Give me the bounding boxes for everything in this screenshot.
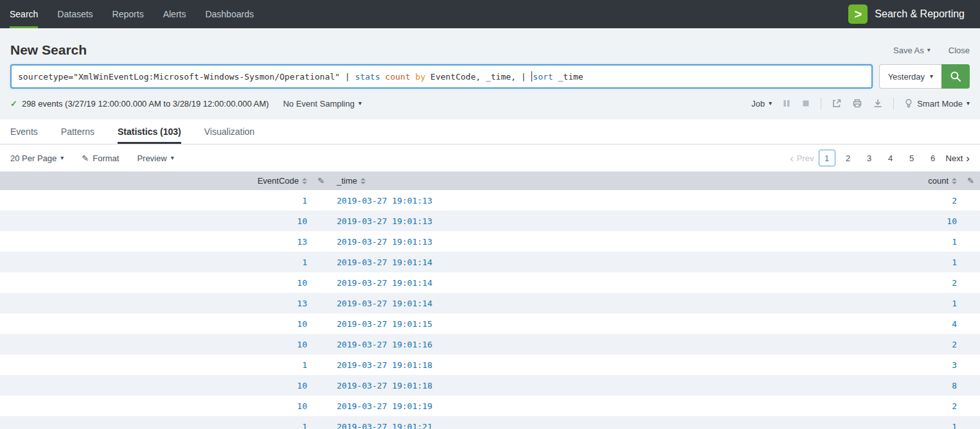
table-row: 132019-03-27 19:01:141 [0, 293, 980, 313]
spacer-cell [312, 355, 332, 375]
column-header-eventcode[interactable]: EventCode [0, 171, 312, 190]
search-mode-menu[interactable]: Smart Mode ▾ [904, 98, 970, 109]
stop-job-button[interactable] [801, 99, 810, 108]
cell-count[interactable]: 8 [846, 375, 962, 396]
cell-eventcode[interactable]: 1 [0, 190, 312, 211]
cell-time[interactable]: 2019-03-27 19:01:19 [332, 396, 846, 416]
preview-menu[interactable]: Preview ▾ [137, 153, 174, 163]
save-as-menu[interactable]: Save As ▾ [893, 46, 931, 55]
print-button[interactable] [852, 98, 862, 109]
tab-events[interactable]: Events [10, 119, 38, 144]
cell-eventcode[interactable]: 10 [0, 272, 312, 293]
query-segment [380, 72, 386, 82]
cell-count[interactable]: 2 [846, 396, 962, 416]
appbar-item-reports[interactable]: Reports [103, 0, 154, 28]
cell-time[interactable]: 2019-03-27 19:01:18 [332, 375, 846, 396]
tab-statistics-103[interactable]: Statistics (103) [118, 119, 181, 144]
appbar-item-alerts[interactable]: Alerts [154, 0, 196, 28]
cell-time[interactable]: 2019-03-27 19:01:14 [332, 272, 846, 293]
tab-visualization[interactable]: Visualization [204, 119, 254, 144]
page-5[interactable]: 5 [904, 150, 920, 166]
spacer-cell [312, 211, 332, 231]
cell-time[interactable]: 2019-03-27 19:01:13 [332, 190, 846, 211]
cell-eventcode[interactable]: 10 [0, 334, 312, 355]
cell-time[interactable]: 2019-03-27 19:01:14 [332, 293, 846, 313]
caret-down-icon: ▾ [967, 100, 970, 107]
spacer-cell [962, 396, 980, 416]
table-row: 102019-03-27 19:01:188 [0, 375, 980, 396]
search-icon [950, 71, 961, 82]
spacer-cell [962, 231, 980, 252]
page-4[interactable]: 4 [882, 150, 899, 166]
job-menu[interactable]: Job ▾ [751, 99, 772, 109]
edit-column-icon[interactable]: ✎ [317, 176, 325, 186]
caret-down-icon: ▾ [927, 47, 931, 53]
sort-icon[interactable] [952, 178, 957, 184]
per-page-menu[interactable]: 20 Per Page ▾ [10, 153, 64, 163]
cell-count[interactable]: 2 [846, 334, 962, 355]
cell-count[interactable]: 4 [846, 313, 962, 334]
cell-time[interactable]: 2019-03-27 19:01:16 [332, 334, 846, 355]
app-name: Search & Reporting [875, 8, 965, 20]
search-button[interactable] [941, 64, 970, 89]
cell-count[interactable]: 1 [846, 416, 962, 429]
job-done-check-icon: ✓ [10, 99, 17, 109]
share-job-button[interactable] [832, 98, 842, 109]
next-page-button[interactable]: Next › [946, 153, 970, 164]
format-menu[interactable]: ✎ Format [82, 153, 119, 163]
cell-time[interactable]: 2019-03-27 19:01:13 [332, 231, 846, 252]
app-nav: SearchDatasetsReportsAlertsDashboards [0, 0, 263, 28]
cell-time[interactable]: 2019-03-27 19:01:21 [332, 416, 846, 429]
query-segment: stats [355, 72, 380, 82]
result-summary: 298 events (3/27/19 12:00:00.000 AM to 3… [22, 99, 269, 109]
cell-eventcode[interactable]: 1 [0, 416, 312, 429]
cell-eventcode[interactable]: 13 [0, 231, 312, 252]
search-query-input[interactable]: sourcetype="XmlWinEventLog:Microsoft-Win… [10, 64, 873, 89]
time-range-picker[interactable]: Yesterday ▾ [879, 64, 941, 89]
page-1[interactable]: 1 [819, 150, 835, 166]
page-3[interactable]: 3 [861, 150, 878, 166]
cell-eventcode[interactable]: 1 [0, 252, 312, 272]
cell-count[interactable]: 1 [846, 293, 962, 313]
appbar-item-search[interactable]: Search [0, 0, 48, 28]
cell-eventcode[interactable]: 10 [0, 313, 312, 334]
cell-eventcode[interactable]: 1 [0, 355, 312, 375]
sort-icon[interactable] [361, 178, 366, 184]
cell-time[interactable]: 2019-03-27 19:01:18 [332, 355, 846, 375]
cell-count[interactable]: 2 [846, 272, 962, 293]
cell-time[interactable]: 2019-03-27 19:01:14 [332, 252, 846, 272]
tab-patterns[interactable]: Patterns [61, 119, 94, 144]
text-cursor [531, 71, 532, 82]
close-button[interactable]: Close [949, 46, 970, 55]
cell-eventcode[interactable]: 10 [0, 396, 312, 416]
pause-job-button[interactable] [782, 99, 791, 108]
query-segment: by [415, 72, 425, 82]
page-2[interactable]: 2 [840, 150, 857, 166]
app-brand[interactable]: > Search & Reporting [848, 0, 980, 28]
sort-icon[interactable] [302, 178, 307, 184]
caret-down-icon: ▾ [769, 100, 772, 107]
cell-count[interactable]: 1 [846, 231, 962, 252]
column-header-count[interactable]: count [846, 171, 962, 190]
cell-eventcode[interactable]: 10 [0, 375, 312, 396]
cell-eventcode[interactable]: 10 [0, 211, 312, 231]
cell-time[interactable]: 2019-03-27 19:01:13 [332, 211, 846, 231]
appbar-item-dashboards[interactable]: Dashboards [195, 0, 263, 28]
cell-count[interactable]: 10 [846, 211, 962, 231]
smart-mode-icon [904, 98, 913, 109]
edit-column-icon[interactable]: ✎ [967, 176, 974, 186]
spacer-cell [962, 272, 980, 293]
export-button[interactable] [873, 98, 883, 109]
event-sampling-menu[interactable]: No Event Sampling ▾ [283, 99, 361, 109]
table-row: 102019-03-27 19:01:154 [0, 313, 980, 334]
cell-count[interactable]: 2 [846, 190, 962, 211]
page-6[interactable]: 6 [925, 150, 941, 166]
prev-page-button[interactable]: ‹ Prev [790, 153, 814, 164]
cell-eventcode[interactable]: 13 [0, 293, 312, 313]
cell-time[interactable]: 2019-03-27 19:01:15 [332, 313, 846, 334]
cell-count[interactable]: 3 [846, 355, 962, 375]
column-header-time[interactable]: _time [332, 171, 846, 190]
cell-count[interactable]: 1 [846, 252, 962, 272]
chevron-left-icon: ‹ [790, 153, 794, 164]
appbar-item-datasets[interactable]: Datasets [48, 0, 102, 28]
